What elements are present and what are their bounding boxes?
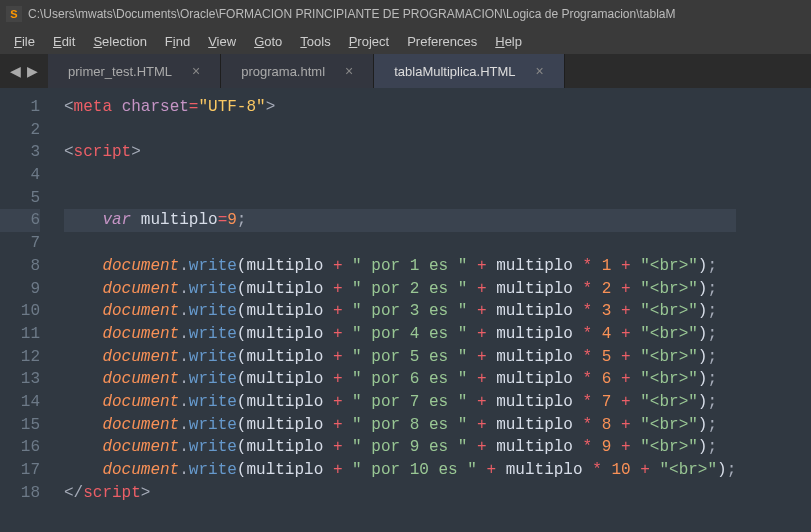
code-line[interactable]: document.write(multiplo + " por 4 es " +… (64, 323, 736, 346)
menu-help[interactable]: Help (487, 31, 530, 52)
code-line[interactable]: document.write(multiplo + " por 8 es " +… (64, 414, 736, 437)
tab-tablamultiplica[interactable]: tablaMultiplica.HTML × (374, 54, 565, 88)
line-number: 5 (0, 187, 40, 210)
code-line[interactable] (64, 187, 736, 210)
code-line[interactable] (64, 164, 736, 187)
code-line[interactable]: document.write(multiplo + " por 3 es " +… (64, 300, 736, 323)
tabbar: ◀ ▶ primer_test.HTML × programa.html × t… (0, 54, 811, 88)
code-line[interactable] (64, 119, 736, 142)
line-number: 15 (0, 414, 40, 437)
line-number: 6 (0, 209, 40, 232)
line-number: 18 (0, 482, 40, 505)
menu-find[interactable]: Find (157, 31, 198, 52)
menu-project[interactable]: Project (341, 31, 397, 52)
menu-preferences[interactable]: Preferences (399, 31, 485, 52)
tab-label: primer_test.HTML (68, 64, 172, 79)
line-number: 1 (0, 96, 40, 119)
line-number: 12 (0, 346, 40, 369)
tab-label: tablaMultiplica.HTML (394, 64, 515, 79)
line-number: 9 (0, 278, 40, 301)
titlebar: S C:\Users\mwats\Documents\Oracle\FORMAC… (0, 0, 811, 28)
close-icon[interactable]: × (345, 63, 353, 79)
line-number: 2 (0, 119, 40, 142)
line-number: 16 (0, 436, 40, 459)
line-number: 8 (0, 255, 40, 278)
line-number: 3 (0, 141, 40, 164)
code-line[interactable]: document.write(multiplo + " por 5 es " +… (64, 346, 736, 369)
line-number: 13 (0, 368, 40, 391)
tab-programa[interactable]: programa.html × (221, 54, 374, 88)
tab-primer-test[interactable]: primer_test.HTML × (48, 54, 221, 88)
tab-back-icon[interactable]: ◀ (10, 63, 21, 79)
tab-forward-icon[interactable]: ▶ (27, 63, 38, 79)
code-line[interactable]: document.write(multiplo + " por 1 es " +… (64, 255, 736, 278)
line-number: 4 (0, 164, 40, 187)
code-line[interactable]: document.write(multiplo + " por 7 es " +… (64, 391, 736, 414)
window-title: C:\Users\mwats\Documents\Oracle\FORMACIO… (28, 7, 676, 21)
close-icon[interactable]: × (536, 63, 544, 79)
line-number: 17 (0, 459, 40, 482)
code-line[interactable]: </script> (64, 482, 736, 505)
menu-edit[interactable]: Edit (45, 31, 83, 52)
line-number: 10 (0, 300, 40, 323)
code-line[interactable] (64, 232, 736, 255)
gutter: 123456789101112131415161718 (0, 88, 50, 532)
code-line[interactable]: document.write(multiplo + " por 9 es " +… (64, 436, 736, 459)
menu-file[interactable]: File (6, 31, 43, 52)
tab-nav: ◀ ▶ (0, 54, 48, 88)
menu-selection[interactable]: Selection (85, 31, 154, 52)
menu-view[interactable]: View (200, 31, 244, 52)
app-icon: S (6, 6, 22, 22)
close-icon[interactable]: × (192, 63, 200, 79)
code-line[interactable]: document.write(multiplo + " por 2 es " +… (64, 278, 736, 301)
code-line[interactable]: <script> (64, 141, 736, 164)
menubar: File Edit Selection Find View Goto Tools… (0, 28, 811, 54)
editor[interactable]: 123456789101112131415161718 <meta charse… (0, 88, 811, 532)
code-line[interactable]: document.write(multiplo + " por 10 es " … (64, 459, 736, 482)
line-number: 7 (0, 232, 40, 255)
code-area[interactable]: <meta charset="UTF-8"><script> var multi… (50, 88, 736, 532)
line-number: 14 (0, 391, 40, 414)
code-line[interactable]: document.write(multiplo + " por 6 es " +… (64, 368, 736, 391)
menu-tools[interactable]: Tools (292, 31, 338, 52)
tab-label: programa.html (241, 64, 325, 79)
line-number: 11 (0, 323, 40, 346)
menu-goto[interactable]: Goto (246, 31, 290, 52)
code-line[interactable]: var multiplo=9; (64, 209, 736, 232)
code-line[interactable]: <meta charset="UTF-8"> (64, 96, 736, 119)
